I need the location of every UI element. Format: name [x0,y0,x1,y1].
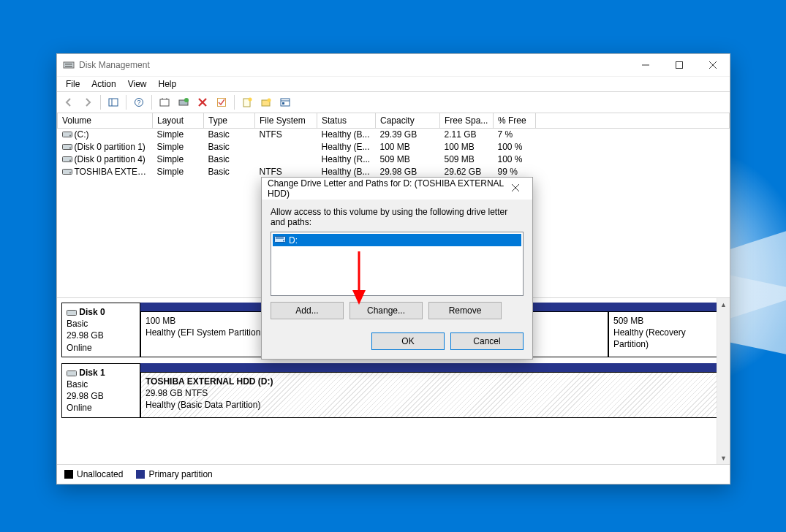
drive-letter-listbox[interactable]: D: [271,232,524,296]
col-volume[interactable]: Volume [58,113,153,129]
close-button[interactable] [696,54,730,76]
menu-help[interactable]: Help [153,77,183,91]
back-button [60,94,78,111]
svg-rect-26 [62,156,72,162]
disk-icon [67,368,77,378]
window-title: Disk Management [79,60,629,70]
drive-icon [274,235,286,246]
col-freespace[interactable]: Free Spa... [440,113,494,129]
col-type[interactable]: Type [204,113,255,129]
svg-rect-31 [67,370,77,376]
legend-unallocated: Unallocated [77,469,123,479]
disk-info-panel[interactable]: Disk 0Basic29.98 GBOnline [61,303,140,357]
forward-button [79,94,97,111]
change-drive-letter-dialog: Change Drive Letter and Paths for D: (TO… [261,177,533,360]
legend: Unallocated Primary partition [57,464,730,484]
volume-row[interactable]: (C:)SimpleBasicNTFSHealthy (B...29.39 GB… [58,129,730,141]
svg-text:?: ? [137,99,140,106]
disk-info-panel[interactable]: Disk 1Basic29.98 GBOnline [61,363,140,418]
col-pctfree[interactable]: % Free [494,113,536,129]
svg-rect-24 [62,144,72,149]
change-button[interactable]: Change... [349,302,423,319]
svg-rect-4 [676,62,683,69]
scrollbar[interactable]: ▲ ▼ [717,298,730,464]
delete-button[interactable] [194,94,211,111]
col-filesystem[interactable]: File System [255,113,317,129]
properties-button[interactable] [276,94,294,111]
new-button[interactable] [238,94,256,111]
menu-view[interactable]: View [122,77,153,91]
legend-swatch-primary [136,470,145,479]
toolbar: ? [57,91,730,113]
svg-rect-2 [65,66,72,67]
svg-rect-0 [64,62,74,68]
app-icon [63,59,75,71]
partition-segment[interactable]: 509 MBHealthy (Recovery Partition) [608,311,725,357]
scroll-up-icon[interactable]: ▲ [717,298,730,311]
svg-point-36 [283,240,284,242]
ok-button[interactable]: OK [371,332,445,350]
menu-file[interactable]: File [60,77,86,91]
svg-rect-7 [109,99,118,106]
menubar: File Action View Help [57,76,730,91]
svg-rect-11 [160,99,169,106]
drive-icon [62,142,72,153]
legend-primary: Primary partition [148,469,212,479]
cancel-button[interactable]: Cancel [450,332,524,350]
dialog-title: Change Drive Letter and Paths for D: (TO… [268,178,505,199]
drive-icon [62,155,72,165]
svg-point-25 [69,147,71,148]
svg-rect-35 [276,238,284,239]
svg-point-29 [69,172,71,173]
col-status[interactable]: Status [317,113,376,129]
drive-icon [62,130,72,140]
show-hide-tree-button[interactable] [105,94,122,111]
drive-letter-label: D: [289,235,298,246]
svg-point-18 [268,99,271,102]
svg-point-16 [249,98,252,102]
refresh-button[interactable] [156,94,173,111]
svg-rect-21 [282,102,284,104]
drive-icon [62,167,72,178]
volume-row[interactable]: (Disk 0 partition 1)SimpleBasicHealthy (… [58,141,730,153]
partition-segment[interactable]: TOSHIBA EXTERNAL HDD (D:)29.98 GB NTFSHe… [140,372,725,418]
partition-new-button[interactable] [257,94,275,111]
svg-rect-30 [67,310,77,315]
maximize-button[interactable] [662,54,696,76]
col-layout[interactable]: Layout [153,113,204,129]
dialog-close-button[interactable] [505,183,526,194]
svg-rect-28 [62,169,72,174]
disk-row: Disk 1Basic29.98 GBOnlineTOSHIBA EXTERNA… [61,363,725,418]
rescan-button[interactable] [175,94,192,111]
dialog-instruction: Allow access to this volume by using the… [271,207,524,227]
svg-point-13 [184,98,189,102]
add-button[interactable]: Add... [271,302,344,319]
minimize-button[interactable] [629,54,662,76]
disk-icon [67,307,77,317]
drive-letter-entry[interactable]: D: [273,234,521,246]
help-button[interactable]: ? [130,94,148,111]
scroll-down-icon[interactable]: ▼ [717,452,730,464]
mark-button[interactable] [213,94,230,111]
titlebar: Disk Management [57,54,730,76]
menu-action[interactable]: Action [86,77,121,91]
svg-rect-1 [65,64,72,65]
svg-rect-22 [62,132,72,137]
volume-row[interactable]: (Disk 0 partition 4)SimpleBasicHealthy (… [58,153,730,166]
remove-button[interactable]: Remove [428,302,502,319]
svg-point-23 [69,134,71,136]
svg-rect-19 [281,99,290,106]
legend-swatch-unallocated [64,470,73,479]
svg-point-27 [69,159,71,161]
col-capacity[interactable]: Capacity [376,113,440,129]
partition-segment[interactable]: 100 MBHealthy (EFI System Partition [140,311,281,357]
